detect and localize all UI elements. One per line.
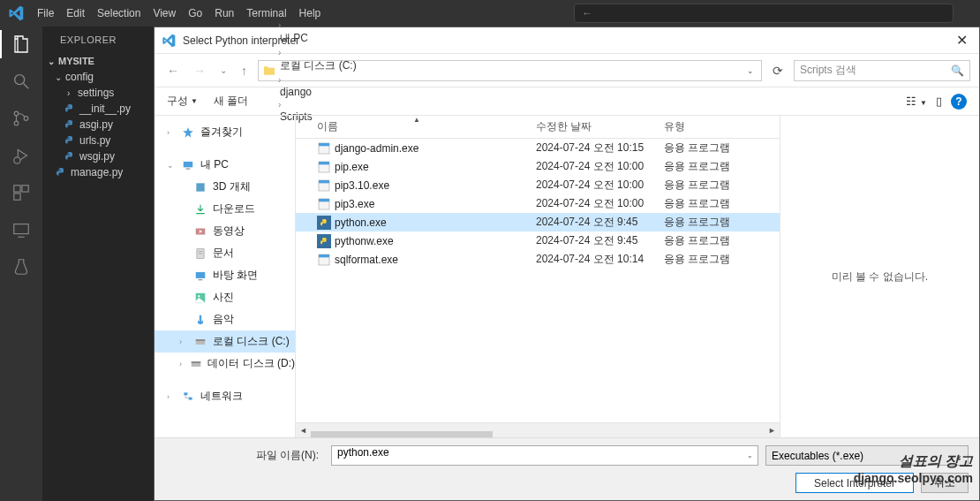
breadcrumb-segment[interactable]: 로컬 디스크 (C:) bbox=[276, 58, 360, 73]
scrollbar-thumb[interactable] bbox=[311, 431, 493, 437]
svg-rect-34 bbox=[319, 162, 329, 164]
svg-rect-9 bbox=[14, 194, 20, 200]
search-placeholder: Scripts 검색 bbox=[800, 63, 856, 78]
folder-settings[interactable]: ›settings bbox=[42, 85, 154, 101]
filename-input[interactable]: python.exe ⌄ bbox=[331, 445, 758, 466]
svg-rect-22 bbox=[199, 279, 203, 280]
col-type[interactable]: 유형 bbox=[659, 119, 780, 134]
nav-label: 사진 bbox=[213, 290, 234, 305]
view-options-icon[interactable]: ☷ ▼ bbox=[906, 95, 927, 108]
file-row[interactable]: python.exe2024-07-24 오전 9:45응용 프로그램 bbox=[296, 213, 780, 232]
explorer-icon[interactable] bbox=[11, 34, 32, 55]
scroll-left-icon[interactable]: ◄ bbox=[296, 423, 311, 438]
file-row[interactable]: sqlformat.exe2024-07-24 오전 10:14응용 프로그램 bbox=[296, 250, 780, 269]
nav-label: 동영상 bbox=[213, 224, 245, 239]
file-row[interactable]: pip3.10.exe2024-07-24 오전 10:00응용 프로그램 bbox=[296, 176, 780, 194]
file-type: 응용 프로그램 bbox=[659, 252, 780, 267]
source-control-icon[interactable] bbox=[11, 108, 32, 129]
extensions-icon[interactable] bbox=[11, 182, 32, 203]
file-row[interactable]: pip.exe2024-07-24 오전 10:00응용 프로그램 bbox=[296, 157, 780, 176]
search-box[interactable]: Scripts 검색 🔍 bbox=[794, 60, 970, 81]
menu-run[interactable]: Run bbox=[208, 0, 240, 27]
svg-point-24 bbox=[198, 295, 200, 297]
ok-label: Select Interpreter bbox=[814, 477, 895, 490]
run-debug-icon[interactable] bbox=[11, 145, 32, 166]
menu-file[interactable]: File bbox=[31, 0, 60, 27]
file-asgi-py[interactable]: asgi.py bbox=[42, 117, 154, 133]
nav-item[interactable]: 문서 bbox=[155, 242, 295, 264]
workspace-root[interactable]: ⌄MYSITE bbox=[42, 53, 154, 69]
breadcrumb-dropdown-icon[interactable]: ⌄ bbox=[743, 66, 758, 75]
nav-item[interactable]: 다운로드 bbox=[155, 198, 295, 220]
breadcrumb[interactable]: ›내 PC›로컬 디스크 (C:)›django›Scripts ⌄ bbox=[258, 60, 762, 81]
nav-item[interactable]: 바탕 화면 bbox=[155, 264, 295, 286]
file-row[interactable]: pythonw.exe2024-07-24 오전 9:45응용 프로그램 bbox=[296, 232, 780, 250]
menu-edit[interactable]: Edit bbox=[60, 0, 91, 27]
refresh-icon[interactable]: ⟳ bbox=[769, 60, 787, 81]
file-label: asgi.py bbox=[79, 118, 113, 131]
file-urls-py[interactable]: urls.py bbox=[42, 133, 154, 148]
file-type: 응용 프로그램 bbox=[659, 196, 780, 211]
horizontal-scrollbar[interactable]: ◄ ► bbox=[296, 422, 780, 437]
file-name: python.exe bbox=[335, 216, 387, 229]
nav-this-pc[interactable]: ⌄ 내 PC bbox=[155, 154, 295, 176]
subfolder-label: settings bbox=[78, 87, 114, 99]
nav-quick-access[interactable]: › 즐겨찾기 bbox=[155, 121, 295, 143]
preview-pane-icon[interactable]: ▯ bbox=[936, 95, 942, 108]
filter-select[interactable]: Executables (*.exe) ⌄ bbox=[765, 445, 969, 466]
svg-rect-36 bbox=[319, 180, 329, 183]
col-date[interactable]: 수정한 날짜 bbox=[531, 119, 659, 134]
cancel-button[interactable]: 취소 bbox=[921, 473, 969, 493]
file-__init__-py[interactable]: __init__.py bbox=[42, 101, 154, 117]
nav-item[interactable]: 사진 bbox=[155, 286, 295, 308]
svg-rect-26 bbox=[196, 339, 206, 341]
file-date: 2024-07-24 오전 10:00 bbox=[531, 178, 659, 193]
nav-back-icon[interactable]: ← bbox=[163, 60, 183, 81]
nav-network[interactable]: › 네트워크 bbox=[155, 385, 295, 407]
nav-item[interactable]: 동영상 bbox=[155, 220, 295, 242]
python-icon bbox=[64, 102, 76, 115]
nav-label: 내 PC bbox=[200, 157, 229, 172]
file-manage-py[interactable]: manage.py bbox=[42, 164, 154, 180]
python-icon bbox=[64, 118, 76, 131]
svg-rect-8 bbox=[22, 186, 28, 192]
breadcrumb-segment[interactable]: 내 PC bbox=[276, 31, 360, 46]
column-headers[interactable]: ▲ 이름 수정한 날짜 유형 bbox=[296, 116, 780, 139]
file-row[interactable]: pip3.exe2024-07-24 오전 10:00응용 프로그램 bbox=[296, 194, 780, 213]
scroll-right-icon[interactable]: ► bbox=[765, 423, 780, 438]
folder-config[interactable]: ⌄config bbox=[42, 69, 154, 85]
nav-forward-icon[interactable]: → bbox=[190, 60, 209, 81]
nav-label: 바탕 화면 bbox=[213, 268, 258, 283]
file-row[interactable]: django-admin.exe2024-07-24 오전 10:15응용 프로… bbox=[296, 139, 780, 157]
new-folder-button[interactable]: 새 폴더 bbox=[214, 94, 248, 109]
file-type: 응용 프로그램 bbox=[659, 215, 780, 230]
close-button[interactable]: ✕ bbox=[944, 27, 979, 54]
menu-selection[interactable]: Selection bbox=[91, 0, 147, 27]
nav-item[interactable]: ›데이터 디스크 (D:) bbox=[155, 353, 295, 375]
explorer-title: EXPLORER bbox=[42, 27, 154, 53]
menu-go[interactable]: Go bbox=[182, 0, 208, 27]
command-center-search[interactable]: ← bbox=[574, 4, 954, 23]
dialog-footer: 파일 이름(N): python.exe ⌄ Executables (*.ex… bbox=[155, 437, 979, 500]
file-label: manage.py bbox=[71, 166, 123, 178]
nav-up-icon[interactable]: ↑ bbox=[237, 60, 251, 81]
col-name[interactable]: 이름 bbox=[312, 119, 531, 134]
nav-item[interactable]: 음악 bbox=[155, 308, 295, 330]
sort-indicator-icon: ▲ bbox=[413, 116, 420, 124]
nav-recent-icon[interactable]: ⌄ bbox=[216, 62, 230, 79]
file-wsgi-py[interactable]: wsgi.py bbox=[42, 148, 154, 164]
nav-item[interactable]: 3D 개체 bbox=[155, 176, 295, 198]
help-icon[interactable]: ? bbox=[951, 94, 967, 110]
search-icon[interactable] bbox=[11, 71, 32, 92]
dialog-subtoolbar: 구성▼ 새 폴더 ☷ ▼ ▯ ? bbox=[155, 87, 979, 116]
select-interpreter-button[interactable]: Select Interpreter bbox=[795, 473, 914, 493]
back-arrow-icon: ← bbox=[582, 7, 592, 19]
filename-dropdown-icon[interactable]: ⌄ bbox=[742, 446, 758, 465]
nav-item[interactable]: ›로컬 디스크 (C:) bbox=[155, 330, 295, 353]
remote-icon[interactable] bbox=[11, 219, 32, 240]
organize-menu[interactable]: 구성▼ bbox=[167, 94, 198, 109]
nav-label: 3D 개체 bbox=[213, 179, 251, 194]
menu-view[interactable]: View bbox=[147, 0, 182, 27]
testing-icon[interactable] bbox=[11, 256, 32, 277]
folder-type-icon bbox=[193, 291, 207, 305]
